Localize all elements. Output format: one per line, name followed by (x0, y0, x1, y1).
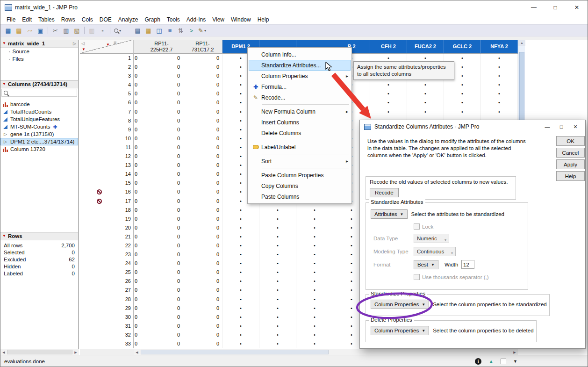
sidebar-horizontal-scrollbar[interactable]: ◀ ▶ (0, 349, 79, 355)
data-cell[interactable]: 0 (134, 304, 140, 313)
standardize-column-properties-dropdown[interactable]: Column Properties ▼ (371, 300, 429, 309)
new-data-table-icon[interactable]: ▦ (3, 26, 13, 35)
columns-panel-header[interactable]: ▼ Columns (27434/13714) (0, 80, 78, 88)
data-cell[interactable]: • (222, 304, 259, 313)
menu-item-standardize-attributes[interactable]: Standardize Attributes... (249, 60, 351, 71)
data-cell[interactable]: 0 (134, 54, 140, 63)
data-cell[interactable]: 0 (183, 54, 222, 63)
data-cell[interactable]: 0 (140, 116, 183, 125)
data-cell[interactable]: • (259, 268, 296, 277)
data-cell[interactable]: 0 (140, 259, 183, 268)
search-icon[interactable]: ▾ (113, 26, 122, 35)
data-cell[interactable]: 0 (183, 197, 222, 206)
scrollbar-thumb[interactable] (141, 350, 329, 354)
data-cell[interactable]: 0 (134, 98, 140, 107)
data-cell[interactable]: 0 (134, 143, 140, 152)
row-number-cell[interactable]: 13 (80, 161, 134, 170)
data-cell[interactable]: 0 (183, 295, 222, 304)
data-cell[interactable]: 0 (140, 143, 183, 152)
menu-item-delete-columns[interactable]: Delete Columns (249, 128, 351, 138)
data-cell[interactable]: 0 (140, 80, 183, 89)
menu-item-insert-columns[interactable]: Insert Columns (249, 117, 351, 128)
upload-arrow-icon[interactable]: ▲ (488, 359, 494, 364)
data-cell[interactable]: 0 (183, 143, 222, 152)
column-item-mt-sum-counts[interactable]: MT-SUM-Counts✚ (0, 123, 78, 130)
data-cell[interactable]: 0 (134, 187, 140, 196)
menu-item-paste-columns[interactable]: Paste Columns (249, 191, 351, 202)
data-cell[interactable]: 0 (140, 125, 183, 134)
data-cell[interactable]: • (259, 322, 296, 331)
table-horizontal-scrollbar[interactable]: ◀ ▶ (134, 349, 518, 355)
data-cell[interactable]: • (296, 250, 333, 259)
data-cell[interactable]: • (407, 98, 444, 107)
data-cell[interactable]: • (259, 331, 296, 339)
row-number-cell[interactable]: 11 (80, 143, 134, 152)
data-cell[interactable]: 0 (140, 339, 183, 348)
column-rp11-225h22-7-header[interactable]: RP11-225H22.7 (140, 40, 183, 54)
row-number-cell[interactable]: 20 (80, 223, 134, 232)
data-cell[interactable]: 0 (183, 179, 222, 187)
data-cell[interactable]: • (222, 277, 259, 286)
data-cell[interactable]: • (259, 250, 296, 259)
modeling-type-select[interactable]: Continuous (414, 247, 456, 256)
rows-panel-header[interactable]: ▼ Rows (0, 232, 78, 240)
data-cell[interactable]: 0 (183, 331, 222, 339)
column-item-totaluniquefeatures[interactable]: TotalUniqueFeatures (0, 115, 78, 123)
panel-expander-icon[interactable]: ▷ (73, 41, 76, 46)
selected-column-nfya-2-header[interactable]: NFYA 2 (481, 40, 518, 54)
data-cell[interactable]: 0 (140, 89, 183, 98)
table-panel-item-files[interactable]: ▪Files (0, 55, 78, 63)
data-cell[interactable]: • (222, 313, 259, 322)
menu-item-column-properties[interactable]: Column Properties▸ (249, 71, 351, 81)
data-cell[interactable]: • (296, 331, 333, 339)
open-file-icon[interactable]: ▱ (25, 26, 35, 35)
data-cell[interactable]: • (444, 98, 481, 107)
data-cell[interactable]: 0 (134, 215, 140, 223)
dialog-button-ok[interactable]: OK (556, 136, 585, 146)
brush-icon[interactable]: ✎▾ (197, 26, 207, 35)
row-number-cell[interactable]: 23 (80, 250, 134, 259)
data-grid-icon[interactable]: ▦ (143, 26, 153, 35)
data-cell[interactable]: 0 (140, 322, 183, 331)
data-cell[interactable]: • (296, 322, 333, 331)
rows-menu-icon[interactable]: ▼ (82, 46, 86, 52)
row-number-cell[interactable]: 5 (80, 89, 134, 98)
data-cell[interactable]: 0 (183, 277, 222, 286)
data-cell[interactable]: 0 (134, 134, 140, 143)
lock-icon[interactable]: ▪ (98, 26, 108, 35)
data-cell[interactable]: 0 (183, 89, 222, 98)
data-cell[interactable]: • (222, 295, 259, 304)
scroll-right-icon[interactable]: ▶ (72, 349, 79, 355)
data-cell[interactable]: • (296, 232, 333, 241)
menu-analyze[interactable]: Analyze (115, 15, 142, 24)
scroll-left-icon[interactable]: ◀ (0, 349, 7, 355)
data-cell[interactable]: • (222, 232, 259, 241)
row-number-cell[interactable]: 21 (80, 232, 134, 241)
data-cell[interactable]: 0 (183, 304, 222, 313)
data-cell[interactable]: 0 (183, 161, 222, 170)
data-cell[interactable]: • (296, 259, 333, 268)
row-number-cell[interactable]: 6 (80, 98, 134, 107)
data-cell[interactable]: 0 (134, 125, 140, 134)
data-cell[interactable]: 0 (134, 250, 140, 259)
menu-rows[interactable]: Rows (58, 15, 79, 24)
data-cell[interactable]: 0 (134, 116, 140, 125)
data-cell[interactable]: 0 (140, 223, 183, 232)
data-cell[interactable]: • (222, 206, 259, 215)
data-cell[interactable]: 0 (183, 232, 222, 241)
data-cell[interactable]: • (296, 215, 333, 223)
new-journal-icon[interactable]: ▤ (14, 26, 24, 35)
columns-menu-icon[interactable]: ▼ (106, 42, 110, 48)
data-cell[interactable]: • (222, 259, 259, 268)
data-cell[interactable]: 0 (134, 89, 140, 98)
data-cell[interactable]: • (259, 286, 296, 295)
scrollbar-thumb[interactable] (7, 350, 72, 354)
row-number-cell[interactable]: 9 (80, 125, 134, 134)
data-cell[interactable]: • (222, 241, 259, 250)
data-cell[interactable]: • (407, 89, 444, 98)
narrow-column-header[interactable] (134, 40, 140, 54)
data-cell[interactable]: 0 (140, 241, 183, 250)
data-cell[interactable]: • (407, 108, 444, 116)
data-cell[interactable]: • (444, 80, 481, 89)
print-icon[interactable]: ▤ (133, 26, 143, 35)
